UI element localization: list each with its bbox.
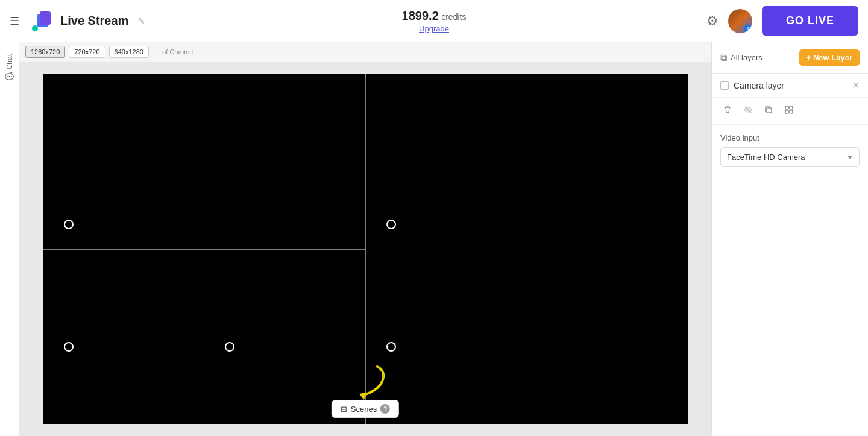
browser-label: ... of Chrome [155,48,193,55]
upgrade-link[interactable]: Upgrade [419,24,449,33]
handle-bottom-mid-left[interactable] [225,342,234,352]
avatar[interactable]: f [728,9,752,33]
resolution-button-720x720[interactable]: 720x720 [69,46,105,58]
svg-rect-8 [790,110,793,113]
header-left: ☰ Live Stream ✎ [10,9,402,33]
scenes-label: Scenes [351,405,377,414]
scenes-icon: ⊞ [341,405,347,414]
svg-rect-7 [785,106,788,109]
credits-label: credits [441,12,466,22]
credits-section: 1899.2 credits Upgrade [402,9,467,33]
all-layers-label: All layers [731,53,763,62]
new-layer-button[interactable]: + New Layer [799,49,860,66]
main-layout: 💬 Chat 1280x720 720x720 640x1280 ... of … [0,42,868,436]
canvas-area: 1280x720 720x720 640x1280 ... of Chrome [19,42,711,436]
svg-marker-3 [359,393,366,400]
edit-icon[interactable]: ✎ [138,16,145,26]
credits-amount: 1899.2 [402,9,439,22]
app-logo [30,9,54,33]
svg-point-0 [32,25,38,31]
scenes-help-icon[interactable]: ? [380,404,390,414]
chat-icon-container[interactable]: 💬 Chat [5,54,14,81]
right-panel-header: ⧉ All layers + New Layer [712,42,868,74]
header: ☰ Live Stream ✎ 1899.2 credits Upgrade ⚙… [0,0,868,42]
layer-name: Camera layer [734,81,784,90]
layer-close-button[interactable]: ✕ [852,80,860,91]
app-title: Live Stream [60,14,128,28]
chat-label: Chat [5,54,14,69]
canvas-black[interactable]: ⊞ Scenes ? [43,74,688,424]
resolution-button-640x1280[interactable]: 640x1280 [109,46,149,58]
svg-rect-10 [790,106,793,109]
layer-checkbox[interactable] [720,81,729,90]
canvas-wrapper: ⊞ Scenes ? [19,62,711,436]
layer-item: Camera layer ✕ [712,74,868,98]
scenes-button[interactable]: ⊞ Scenes ? [332,400,399,418]
canvas-toolbar: 1280x720 720x720 640x1280 ... of Chrome [19,42,711,62]
svg-rect-6 [767,108,772,113]
left-sidebar: 💬 Chat [0,42,19,436]
layers-icon: ⧉ [720,52,727,63]
handle-bottom-left[interactable] [64,342,74,352]
layer-delete-button[interactable] [720,103,735,119]
avatar-badge: f [744,25,752,33]
all-layers-button[interactable]: ⧉ All layers [720,52,763,63]
settings-icon[interactable]: ⚙ [706,13,719,29]
arrow-annotation [341,364,389,400]
hamburger-icon[interactable]: ☰ [10,14,19,28]
layer-hide-button[interactable] [741,103,755,119]
layer-resize-button[interactable] [782,103,796,119]
video-input-select[interactable]: FaceTime HD Camera [720,147,860,167]
svg-rect-2 [40,11,51,25]
go-live-button[interactable]: GO LIVE [762,6,858,36]
header-right: ⚙ f GO LIVE [466,6,858,36]
credits-display: 1899.2 credits [402,9,467,23]
resolution-button-1280x720[interactable]: 1280x720 [25,46,65,58]
handle-top-mid[interactable] [386,220,396,229]
video-input-label: Video input [720,133,860,142]
handle-top-left[interactable] [64,220,74,229]
split-line-horizontal [43,249,365,250]
layer-actions [712,98,868,125]
chat-icon: 💬 [5,72,14,81]
layer-item-left: Camera layer [720,81,784,90]
handle-bottom-mid[interactable] [386,342,396,352]
video-input-section: Video input FaceTime HD Camera [712,125,868,175]
layer-duplicate-button[interactable] [761,103,776,119]
scenes-container: ⊞ Scenes ? [332,364,399,418]
svg-rect-9 [785,110,788,113]
right-panel: ⧉ All layers + New Layer Camera layer ✕ [711,42,868,436]
